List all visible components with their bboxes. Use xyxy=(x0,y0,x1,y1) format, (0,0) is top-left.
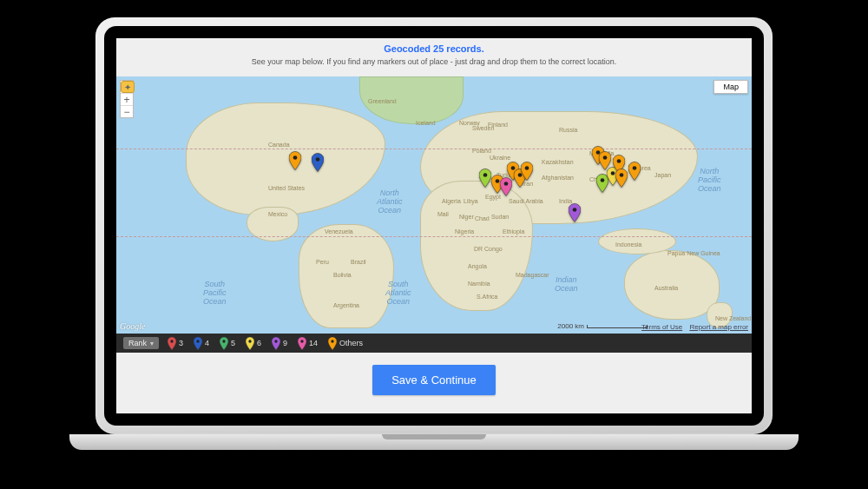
ocean-label: NorthPacificOcean xyxy=(698,168,721,194)
ocean-label: NorthAtlanticOcean xyxy=(377,189,403,215)
svg-point-11 xyxy=(601,178,605,182)
svg-point-4 xyxy=(504,182,509,186)
ocean-label: SouthPacificOcean xyxy=(203,281,227,307)
scale-bar: 2000 km xyxy=(557,322,648,330)
legend-label: 9 xyxy=(283,339,287,347)
svg-point-19 xyxy=(248,340,251,342)
svg-point-17 xyxy=(196,340,199,342)
legend-item[interactable]: Others xyxy=(328,337,363,350)
legend-label: 4 xyxy=(205,339,209,347)
map-pin[interactable] xyxy=(312,153,324,172)
svg-point-0 xyxy=(293,155,298,160)
laptop-mockup: Geocoded 25 records. See your map below.… xyxy=(69,17,799,469)
map-credit: Google xyxy=(120,321,145,331)
map-pin[interactable] xyxy=(289,151,301,170)
map-zoom-control[interactable]: ✦ + − xyxy=(120,80,134,118)
pin-icon xyxy=(194,337,202,350)
svg-point-16 xyxy=(170,340,173,342)
svg-point-22 xyxy=(331,340,333,342)
pin-icon xyxy=(272,337,280,350)
map-footer-links: Terms of Use Report a map error xyxy=(636,323,748,331)
svg-point-10 xyxy=(603,155,608,160)
legend-item[interactable]: 5 xyxy=(220,337,235,350)
legend-item[interactable]: 6 xyxy=(246,337,261,350)
legend-label: 3 xyxy=(179,339,183,347)
svg-point-3 xyxy=(496,179,500,183)
svg-point-20 xyxy=(274,340,277,342)
pin-icon xyxy=(246,337,254,350)
pin-icon xyxy=(220,337,228,350)
svg-point-2 xyxy=(483,173,488,177)
screen: Geocoded 25 records. See your map below.… xyxy=(116,38,752,413)
legend-item[interactable]: 4 xyxy=(194,337,209,350)
report-link[interactable]: Report a map error xyxy=(689,323,748,331)
map-pin[interactable] xyxy=(628,162,641,181)
legend-bar: Rank ▾ 3456914Others xyxy=(116,334,752,353)
rank-dropdown[interactable]: Rank ▾ xyxy=(123,337,159,349)
svg-point-14 xyxy=(620,173,624,177)
legend-item[interactable]: 3 xyxy=(168,337,183,350)
page-header: Geocoded 25 records. See your map below.… xyxy=(116,38,752,69)
laptop-base xyxy=(69,434,799,450)
legend-label: 5 xyxy=(231,339,235,347)
ocean-label: IndianOcean xyxy=(555,276,578,294)
pin-icon xyxy=(328,337,337,350)
pin-icon xyxy=(168,337,176,350)
map-type-button[interactable]: Map xyxy=(713,80,748,94)
legend-label: 6 xyxy=(257,339,261,347)
page-title: Geocoded 25 records. xyxy=(116,43,752,54)
map[interactable]: NorthAtlanticOceanSouthPacificOceanSouth… xyxy=(116,76,752,334)
svg-point-18 xyxy=(222,340,225,342)
legend-label: Others xyxy=(339,339,363,347)
pin-icon xyxy=(298,337,306,350)
map-pin[interactable] xyxy=(615,169,628,188)
legend-label: 14 xyxy=(309,339,318,347)
zoom-in-button[interactable]: + xyxy=(121,93,133,105)
svg-point-7 xyxy=(525,166,529,170)
chevron-down-icon: ▾ xyxy=(150,340,154,347)
save-continue-button[interactable]: Save & Continue xyxy=(372,365,496,395)
svg-point-15 xyxy=(633,166,637,170)
map-pin[interactable] xyxy=(479,169,491,188)
svg-point-1 xyxy=(316,157,320,162)
zoom-out-button[interactable]: − xyxy=(121,105,133,117)
svg-point-21 xyxy=(300,340,303,342)
pegman-icon[interactable]: ✦ xyxy=(121,81,135,93)
legend-item[interactable]: 14 xyxy=(298,337,318,350)
terms-link[interactable]: Terms of Use xyxy=(641,323,682,331)
map-pin[interactable] xyxy=(521,162,533,181)
legend-item[interactable]: 9 xyxy=(272,337,287,350)
svg-point-8 xyxy=(573,208,577,212)
svg-point-13 xyxy=(617,159,621,163)
map-pin[interactable] xyxy=(569,203,581,222)
page-subtitle: See your map below. If you find any mark… xyxy=(116,57,752,66)
